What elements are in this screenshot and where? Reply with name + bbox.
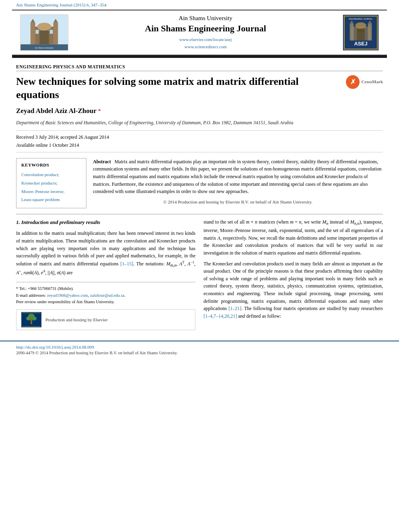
svg-text:ENGINEERING JOURNAL: ENGINEERING JOURNAL	[349, 18, 372, 20]
bottom-copyright: 2090-4479 © 2014 Production and hosting …	[16, 351, 178, 355]
keywords-box: KEYWORDS Convolution product; Kronecker …	[16, 158, 86, 209]
footnote-email: E-mail addresses: zeyad1968@yahoo.com, z…	[16, 292, 195, 299]
section-label: ENGINEERING PHYSICS AND MATHEMATICS	[16, 64, 383, 71]
svg-point-8	[37, 23, 51, 31]
ref-link-2[interactable]: [1–21]	[228, 306, 241, 311]
university-name: Ain Shams University	[76, 15, 335, 22]
journal-header: Ain Shams University Ain Shams Universit…	[12, 10, 387, 55]
available-date: Available online 1 October 2014	[16, 141, 383, 149]
svg-rect-30	[31, 318, 32, 324]
dates-section: Received 3 July 2014; accepted 26 August…	[16, 130, 383, 152]
svg-point-23	[355, 23, 366, 29]
svg-rect-20	[368, 24, 372, 41]
svg-rect-19	[350, 24, 354, 41]
svg-rect-9	[35, 30, 39, 34]
col-right: stand to the set of all m × n matrices (…	[204, 218, 383, 330]
ref-link-3[interactable]: [1–4,7–14,20,21]	[204, 313, 237, 319]
email-link-2[interactable]: zalzhour@ud.edu.sa	[90, 293, 124, 298]
main-content: ENGINEERING PHYSICS AND MATHEMATICS New …	[0, 58, 399, 337]
university-logo: Ain Shams University	[20, 14, 68, 51]
svg-point-29	[32, 316, 37, 320]
abstract-text: Matrix and matrix differential equations…	[93, 159, 381, 194]
asej-logo: ASEJ ENGINEERING JOURNAL	[343, 14, 379, 51]
journal-reference-text: Ain Shams Engineering Journal (2015) 6, …	[16, 2, 107, 7]
elsevier-text: Production and hosting by Elsevier	[45, 316, 108, 323]
keyword-1: Convolution product;	[21, 170, 81, 179]
section1-heading: 1. Introduction and preliminary results	[16, 218, 195, 226]
svg-rect-10	[50, 30, 53, 34]
footnotes: * Tel.: +966 557066731 (Mobile). E-mail …	[16, 282, 195, 305]
svg-text:ASEJ: ASEJ	[354, 41, 367, 47]
crossmark-badge[interactable]: ✗ CrossMark	[346, 75, 383, 89]
journal-link2[interactable]: www.sciencedirect.com	[76, 43, 335, 51]
col-left: 1. Introduction and preliminary results …	[16, 218, 195, 330]
journal-title-header: Ain Shams Engineering Journal	[76, 23, 335, 34]
section-divider	[16, 214, 383, 214]
journal-reference-bar: Ain Shams Engineering Journal (2015) 6, …	[0, 0, 399, 10]
ref-link-1[interactable]: [1–15]	[120, 261, 133, 267]
svg-point-28	[26, 316, 31, 320]
journal-links: www.elsevier.com/locate/asej www.science…	[76, 36, 335, 50]
elsevier-box: Production and hosting by Elsevier	[16, 309, 195, 330]
crossmark-label: CrossMark	[361, 79, 383, 85]
body-para-right-2: The Kronecker and convolution products u…	[204, 260, 383, 320]
body-two-col: 1. Introduction and preliminary results …	[16, 218, 383, 330]
keywords-title: KEYWORDS	[21, 162, 81, 167]
footnote-peer-review: Peer review under responsibility of Ain …	[16, 299, 195, 305]
footnote-tel: * Tel.: +966 557066731 (Mobile).	[16, 286, 195, 292]
keyword-2: Kronecker products;	[21, 179, 81, 187]
abstract-label: Abstract	[93, 159, 111, 164]
crossmark-icon: ✗	[346, 75, 360, 89]
bottom-bar: http://dx.doi.org/10.1016/j.asej.2014.08…	[0, 341, 399, 358]
abstract-section: KEYWORDS Convolution product; Kronecker …	[16, 158, 383, 209]
elsevier-logo	[21, 312, 41, 327]
body-para-1: In addition to the matrix usual multipli…	[16, 230, 195, 276]
author-section: Zeyad Abdel Aziz Al-Zhour *	[16, 107, 383, 115]
article-title-container: New techniques for solving some matrix a…	[16, 75, 383, 101]
abstract-copyright: © 2014 Production and hosting by Elsevie…	[93, 199, 383, 205]
keyword-4: Least-square problem	[21, 195, 81, 204]
author-name: Zeyad Abdel Aziz Al-Zhour *	[16, 107, 383, 115]
header-center: Ain Shams University Ain Shams Engineeri…	[68, 15, 343, 50]
article-title-text: New techniques for solving some matrix a…	[16, 76, 298, 101]
svg-rect-4	[31, 23, 35, 45]
doi-link[interactable]: http://dx.doi.org/10.1016/j.asej.2014.08…	[16, 345, 383, 349]
body-para-right-1: stand to the set of all m × n matrices (…	[204, 218, 383, 257]
author-asterisk: *	[98, 108, 101, 114]
keyword-3: Moore–Penrose inverse;	[21, 187, 81, 196]
received-date: Received 3 July 2014; accepted 26 August…	[16, 133, 383, 141]
svg-text:Ain Shams University: Ain Shams University	[35, 47, 54, 49]
svg-rect-5	[53, 23, 58, 45]
affiliation: Department of Basic Sciences and Humanit…	[16, 119, 383, 126]
journal-link1[interactable]: www.elsevier.com/locate/asej	[76, 36, 335, 43]
abstract-text-box: Abstract Matrix and matrix differential …	[93, 158, 383, 209]
email-link-1[interactable]: zeyad1968@yahoo.com	[47, 293, 88, 298]
